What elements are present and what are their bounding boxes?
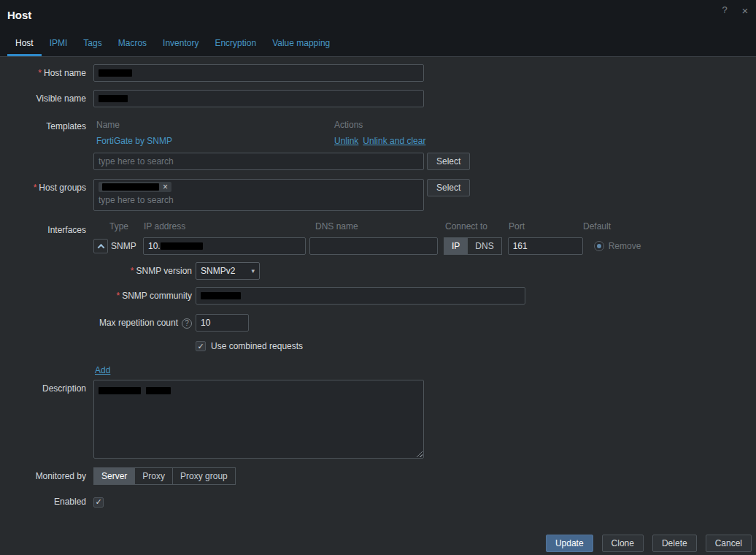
ip-visible-prefix: 10. xyxy=(148,241,161,251)
help-icon[interactable]: ? xyxy=(720,4,730,17)
description-label: Description xyxy=(0,380,86,397)
required-asterisk: * xyxy=(131,266,134,276)
connect-ip-button[interactable]: IP xyxy=(444,237,468,255)
unlink-and-clear-link[interactable]: Unlink and clear xyxy=(363,136,425,146)
col-dns-name: DNS name xyxy=(315,221,358,231)
snmp-version-row: *SNMP version SNMPv2 ▾ xyxy=(93,262,641,280)
redacted-host-name xyxy=(99,69,132,77)
tab-bar: Host IPMI Tags Macros Inventory Encrypti… xyxy=(7,31,749,56)
host-groups-select-button[interactable]: Select xyxy=(427,179,470,196)
monitored-by-server-button[interactable]: Server xyxy=(93,467,135,485)
tab-tags[interactable]: Tags xyxy=(75,31,109,56)
snmp-version-label: *SNMP version xyxy=(93,262,192,280)
col-ip-address: IP address xyxy=(144,221,185,231)
interfaces-row: Interfaces Type IP address DNS name Conn… xyxy=(0,221,749,377)
visible-name-label: Visible name xyxy=(0,90,86,107)
delete-button[interactable]: Delete xyxy=(652,535,697,552)
tab-encryption[interactable]: Encryption xyxy=(207,31,264,56)
check-icon: ✓ xyxy=(95,498,101,506)
host-modal: Host ? × Host IPMI Tags Macros Inventory… xyxy=(0,0,756,510)
host-form: *Host name Visible name Templates Nam xyxy=(0,57,756,510)
modal-header: Host ? × Host IPMI Tags Macros Inventory… xyxy=(0,0,756,56)
monitored-by-proxy-button[interactable]: Proxy xyxy=(135,467,173,485)
description-row: Description xyxy=(0,380,749,459)
modal-title: Host xyxy=(7,9,749,21)
enabled-checkbox[interactable]: ✓ xyxy=(93,497,104,508)
col-type: Type xyxy=(109,221,128,231)
redacted-snmp-community xyxy=(201,292,241,299)
help-circle-icon[interactable]: ? xyxy=(182,318,192,329)
snmp-version-select[interactable]: SNMPv2 ▾ xyxy=(196,262,260,280)
unlink-link[interactable]: Unlink xyxy=(334,136,358,146)
redacted-description xyxy=(99,387,141,394)
host-name-input[interactable] xyxy=(93,64,424,82)
max-repetition-label: Max repetition count? xyxy=(93,314,192,332)
host-name-label: *Host name xyxy=(0,64,86,82)
monitored-by-label: Monitored by xyxy=(0,467,86,485)
tab-macros[interactable]: Macros xyxy=(110,31,155,56)
add-interface-link[interactable]: Add xyxy=(95,365,110,375)
template-link[interactable]: FortiGate by SNMP xyxy=(96,136,334,146)
linked-template-row: FortiGate by SNMP Unlink Unlink and clea… xyxy=(93,134,470,153)
template-select-button[interactable]: Select xyxy=(427,153,470,170)
cancel-button[interactable]: Cancel xyxy=(706,535,752,552)
monitored-by-row: Monitored by Server Proxy Proxy group xyxy=(0,467,749,485)
monitored-by-toggle: Server Proxy Proxy group xyxy=(93,467,236,485)
snmp-community-row: *SNMP community xyxy=(93,287,641,305)
update-button[interactable]: Update xyxy=(546,535,593,552)
interface-dns-input[interactable] xyxy=(309,237,438,255)
enabled-row: Enabled ✓ xyxy=(0,493,749,510)
snmp-interface-row: SNMP 10. IP DNS Remove xyxy=(93,237,641,255)
snmp-community-label: *SNMP community xyxy=(93,287,192,305)
resize-handle-icon[interactable] xyxy=(414,449,423,457)
header-icons: ? × xyxy=(720,4,750,17)
host-group-chip: × xyxy=(99,182,171,192)
visible-name-row: Visible name xyxy=(0,90,749,107)
host-groups-row: *Host groups × type here to search Selec… xyxy=(0,179,749,211)
required-asterisk: * xyxy=(38,68,42,78)
host-groups-multiselect[interactable]: × type here to search xyxy=(93,179,424,211)
redacted-visible-name xyxy=(99,95,128,102)
col-default: Default xyxy=(583,221,611,231)
use-combined-requests-label: Use combined requests xyxy=(211,341,303,351)
clone-button[interactable]: Clone xyxy=(602,535,644,552)
host-groups-search-placeholder[interactable]: type here to search xyxy=(99,194,419,206)
remove-interface-label: Remove xyxy=(609,241,641,251)
check-icon: ✓ xyxy=(197,342,204,351)
monitored-by-proxy-group-button[interactable]: Proxy group xyxy=(173,467,236,485)
close-icon[interactable]: × xyxy=(740,4,750,17)
required-asterisk: * xyxy=(34,183,37,193)
interface-port-input[interactable] xyxy=(508,237,583,255)
visible-name-input[interactable] xyxy=(93,90,424,107)
connect-to-toggle: IP DNS xyxy=(444,237,502,255)
host-name-row: *Host name xyxy=(0,64,749,82)
use-combined-requests-checkbox[interactable]: ✓ xyxy=(196,341,206,351)
combined-requests-row: ✓ Use combined requests xyxy=(93,341,641,351)
connect-dns-button[interactable]: DNS xyxy=(468,237,501,255)
collapse-interface-button[interactable] xyxy=(93,239,108,253)
max-repetition-row: Max repetition count? xyxy=(93,314,641,332)
templates-actions-column: Actions xyxy=(334,120,363,130)
redacted-host-group xyxy=(102,183,159,191)
tab-host[interactable]: Host xyxy=(7,31,42,56)
interface-type-label: SNMP xyxy=(111,241,139,251)
templates-label: Templates xyxy=(0,118,86,135)
interfaces-column-headers: Type IP address DNS name Connect to Port… xyxy=(93,221,641,234)
template-search-input[interactable] xyxy=(93,153,424,170)
redacted-ip xyxy=(161,242,203,250)
description-textarea[interactable] xyxy=(93,380,424,459)
tab-ipmi[interactable]: IPMI xyxy=(42,31,76,56)
default-interface-radio[interactable] xyxy=(594,241,604,251)
remove-chip-icon[interactable]: × xyxy=(163,183,168,191)
tab-value-mapping[interactable]: Value mapping xyxy=(264,31,338,56)
col-connect-to: Connect to xyxy=(445,221,487,231)
interface-ip-input[interactable]: 10. xyxy=(143,237,306,255)
required-asterisk: * xyxy=(117,291,120,301)
add-interface-row: Add xyxy=(93,363,641,377)
col-port: Port xyxy=(509,221,525,231)
snmp-community-input[interactable] xyxy=(196,287,525,305)
max-repetition-input[interactable] xyxy=(196,314,249,332)
tab-inventory[interactable]: Inventory xyxy=(155,31,207,56)
templates-row: Templates Name Actions FortiGate by SNMP… xyxy=(0,118,749,170)
chevron-down-icon: ▾ xyxy=(251,267,255,275)
